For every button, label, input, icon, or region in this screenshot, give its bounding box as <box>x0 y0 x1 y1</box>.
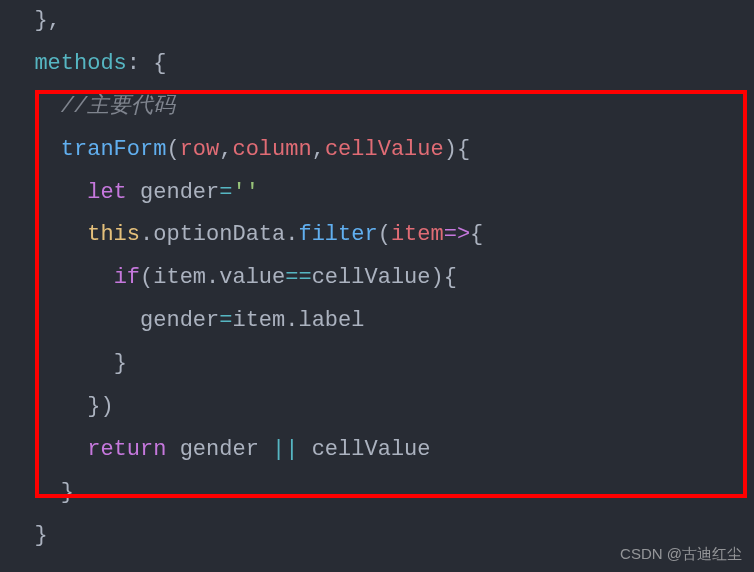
indent <box>8 308 140 333</box>
code-line: } <box>0 472 754 515</box>
arrow: => <box>444 222 470 247</box>
operator: = <box>219 180 232 205</box>
var: item <box>153 265 206 290</box>
operator: == <box>285 265 311 290</box>
indent <box>8 222 87 247</box>
indent <box>8 265 114 290</box>
code-line: gender=item.label <box>0 300 754 343</box>
dot: . <box>285 308 298 333</box>
code-line: } <box>0 343 754 386</box>
dot: . <box>140 222 153 247</box>
code-line: let gender='' <box>0 172 754 215</box>
space <box>127 180 140 205</box>
code-line: tranForm(row,column,cellValue){ <box>0 129 754 172</box>
keyword-return: return <box>87 437 166 462</box>
code-line: if(item.value==cellValue){ <box>0 257 754 300</box>
var: gender <box>180 437 272 462</box>
indent <box>8 137 61 162</box>
indent <box>8 94 61 119</box>
indent <box>8 523 34 548</box>
indent <box>8 437 87 462</box>
indent <box>8 51 34 76</box>
keyword-methods: methods <box>34 51 126 76</box>
brace: } <box>34 523 47 548</box>
indent <box>8 180 87 205</box>
keyword-if: if <box>114 265 140 290</box>
colon: : <box>127 51 140 76</box>
dot: . <box>285 222 298 247</box>
watermark: CSDN @古迪红尘 <box>620 545 742 564</box>
brace: { <box>470 222 483 247</box>
paren: ){ <box>431 265 457 290</box>
prop: optionData <box>153 222 285 247</box>
code-block: }, methods: { //主要代码 tranForm(row,column… <box>0 0 754 558</box>
arg: column <box>232 137 311 162</box>
var: item <box>232 308 285 333</box>
paren: ( <box>140 265 153 290</box>
string: '' <box>232 180 258 205</box>
brace: } <box>61 480 74 505</box>
close: }) <box>87 394 113 419</box>
prop: value <box>219 265 285 290</box>
paren: ( <box>166 137 179 162</box>
var: cellValue <box>312 265 431 290</box>
operator: || <box>272 437 298 462</box>
code-line: this.optionData.filter(item=>{ <box>0 214 754 257</box>
code-line: methods: { <box>0 43 754 86</box>
comment: //主要代码 <box>61 94 175 119</box>
arg: row <box>180 137 220 162</box>
indent <box>8 480 61 505</box>
method-filter: filter <box>298 222 377 247</box>
code-line: }, <box>0 0 754 43</box>
code-text: }, <box>8 8 61 33</box>
func-name: tranForm <box>61 137 167 162</box>
comma: , <box>312 137 325 162</box>
code-line: //主要代码 <box>0 86 754 129</box>
brace: } <box>114 351 127 376</box>
brace: { <box>140 51 166 76</box>
space <box>166 437 179 462</box>
keyword-let: let <box>87 180 127 205</box>
paren: ( <box>378 222 391 247</box>
prop: label <box>298 308 364 333</box>
var: gender <box>140 308 219 333</box>
operator: = <box>219 308 232 333</box>
keyword-this: this <box>87 222 140 247</box>
paren: ){ <box>444 137 470 162</box>
var: cellValue <box>298 437 430 462</box>
arg: cellValue <box>325 137 444 162</box>
indent <box>8 394 87 419</box>
comma: , <box>219 137 232 162</box>
dot: . <box>206 265 219 290</box>
code-line: }) <box>0 386 754 429</box>
arg: item <box>391 222 444 247</box>
code-line: return gender || cellValue <box>0 429 754 472</box>
var-name: gender <box>140 180 219 205</box>
indent <box>8 351 114 376</box>
